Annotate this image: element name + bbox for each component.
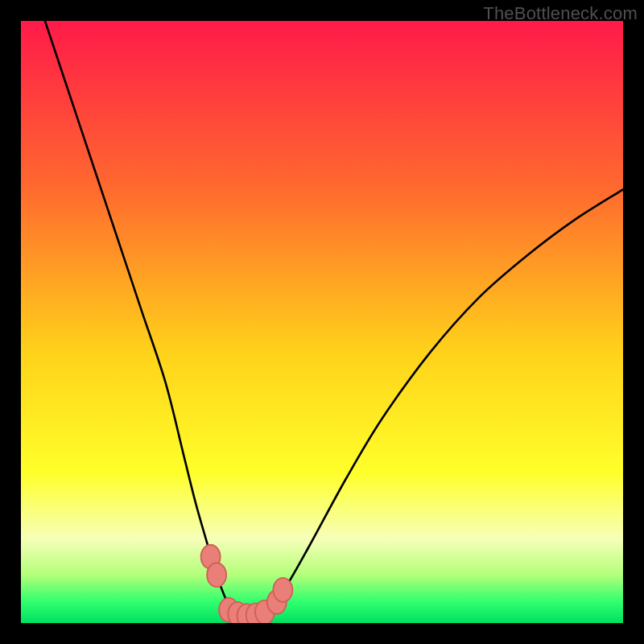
chart-svg	[21, 21, 623, 623]
plot-area	[21, 21, 623, 623]
valley-marker	[273, 578, 292, 602]
valley-marker-group	[201, 545, 293, 623]
watermark-text: TheBottleneck.com	[483, 3, 638, 24]
outer-black-frame: TheBottleneck.com	[0, 0, 644, 644]
bottleneck-curve	[45, 21, 623, 617]
valley-marker	[207, 563, 226, 587]
